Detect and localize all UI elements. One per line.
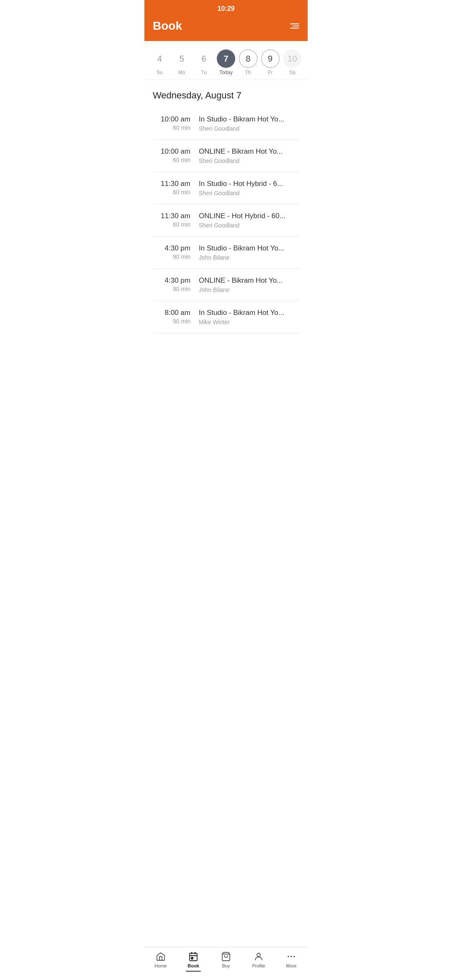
class-time-1: 10:00 am 60 min bbox=[153, 115, 199, 131]
date-item-10[interactable]: 10 Sa bbox=[281, 49, 303, 75]
class-info-6: ONLINE - Bikram Hot Yo... John Bilane bbox=[199, 276, 299, 293]
date-number-10: 10 bbox=[283, 49, 301, 68]
date-label-4: Su bbox=[157, 70, 163, 75]
class-item-3[interactable]: 11:30 am 60 min In Studio - Hot Hybrid -… bbox=[153, 172, 299, 204]
class-time-2: 10:00 am 60 min bbox=[153, 147, 199, 163]
date-label-6: Tu bbox=[201, 70, 207, 75]
class-info-2: ONLINE - Bikram Hot Yo... Sheri Goodland bbox=[199, 147, 299, 164]
class-item-2[interactable]: 10:00 am 60 min ONLINE - Bikram Hot Yo..… bbox=[153, 140, 299, 172]
class-info-1: In Studio - Bikram Hot Yo... Sheri Goodl… bbox=[199, 115, 299, 132]
class-item-6[interactable]: 4:30 pm 90 min ONLINE - Bikram Hot Yo...… bbox=[153, 269, 299, 301]
date-number-5: 5 bbox=[172, 49, 191, 68]
class-time-4: 11:30 am 60 min bbox=[153, 212, 199, 228]
page-title: Book bbox=[153, 19, 182, 33]
class-item-5[interactable]: 4:30 pm 90 min In Studio - Bikram Hot Yo… bbox=[153, 237, 299, 269]
status-bar: 10:29 bbox=[144, 0, 308, 16]
date-item-4[interactable]: 4 Su bbox=[149, 49, 170, 75]
class-time-7: 8:00 am 90 min bbox=[153, 309, 199, 325]
date-label-9: Fr bbox=[268, 70, 272, 75]
date-item-7[interactable]: 7 Today bbox=[215, 49, 237, 75]
class-list: 10:00 am 60 min In Studio - Bikram Hot Y… bbox=[144, 108, 308, 333]
class-item-4[interactable]: 11:30 am 60 min ONLINE - Hot Hybrid - 60… bbox=[153, 204, 299, 237]
schedule-date-heading: Wednesday, August 7 bbox=[144, 80, 308, 108]
date-label-5: Mo bbox=[178, 70, 185, 75]
class-item-1[interactable]: 10:00 am 60 min In Studio - Bikram Hot Y… bbox=[153, 108, 299, 140]
class-info-4: ONLINE - Hot Hybrid - 60... Sheri Goodla… bbox=[199, 212, 299, 229]
class-info-3: In Studio - Hot Hybrid - 6... Sheri Good… bbox=[199, 180, 299, 196]
class-time-6: 4:30 pm 90 min bbox=[153, 276, 199, 292]
date-picker: 4 Su 5 Mo 6 Tu 7 Today 8 Th 9 Fr 10 bbox=[144, 41, 308, 80]
date-number-4: 4 bbox=[150, 49, 169, 68]
date-label-8: Th bbox=[245, 70, 251, 75]
date-label-10: Sa bbox=[289, 70, 295, 75]
class-info-5: In Studio - Bikram Hot Yo... John Bilane bbox=[199, 244, 299, 261]
filter-button[interactable] bbox=[290, 23, 299, 28]
filter-icon-line1 bbox=[290, 23, 299, 24]
date-item-9[interactable]: 9 Fr bbox=[259, 49, 281, 75]
class-time-5: 4:30 pm 90 min bbox=[153, 244, 199, 260]
date-number-6: 6 bbox=[195, 49, 213, 68]
date-number-8: 8 bbox=[239, 49, 257, 68]
date-label-7: Today bbox=[219, 70, 233, 75]
status-time: 10:29 bbox=[218, 5, 235, 13]
date-item-5[interactable]: 5 Mo bbox=[171, 49, 193, 75]
app-header: Book bbox=[144, 16, 308, 41]
filter-icon-line2 bbox=[293, 26, 299, 26]
class-time-3: 11:30 am 60 min bbox=[153, 180, 199, 196]
filter-icon-line3 bbox=[290, 28, 299, 28]
date-item-6[interactable]: 6 Tu bbox=[193, 49, 215, 75]
date-number-7: 7 bbox=[217, 49, 235, 68]
class-item-7[interactable]: 8:00 am 90 min In Studio - Bikram Hot Yo… bbox=[153, 301, 299, 333]
class-info-7: In Studio - Bikram Hot Yo... Mike Winter bbox=[199, 309, 299, 325]
date-number-9: 9 bbox=[261, 49, 280, 68]
date-item-8[interactable]: 8 Th bbox=[237, 49, 259, 75]
